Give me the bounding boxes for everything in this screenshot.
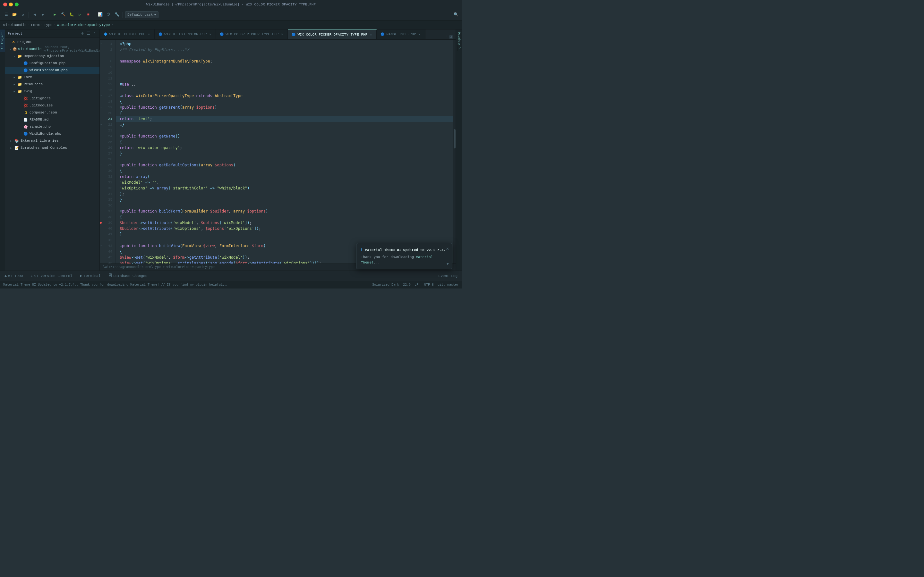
line-35: 35: [100, 197, 115, 203]
tools-button[interactable]: 🔧: [113, 11, 120, 18]
overflow-icon: ⋮: [444, 35, 448, 39]
breadcrumb: WixUiBundle › Form › Type › WixColorPick…: [0, 21, 462, 29]
code-line-2: /** Created by PhpStorm. ...*/: [116, 47, 453, 53]
stop-button[interactable]: ■: [85, 11, 92, 18]
settings-icon[interactable]: ⚙: [81, 31, 85, 36]
debug-button[interactable]: 🐛: [68, 11, 75, 18]
close-icon[interactable]: ✕: [147, 32, 150, 36]
close-icon[interactable]: ✕: [369, 33, 373, 37]
tab-rangetype[interactable]: 🔵 RANGE TYPE.PHP ✕: [376, 29, 425, 39]
fold-icon[interactable]: −: [100, 123, 102, 126]
encoding-item[interactable]: UTF-8: [424, 283, 434, 287]
tree-item-readme[interactable]: ▶ 📄 README.md: [5, 116, 99, 123]
tree-item-gitmodules[interactable]: ▶ 💢 .gitmodules: [5, 102, 99, 109]
line-9: 9: [100, 64, 115, 70]
tree-item-wixuiext[interactable]: ▶ 🔵 WixUiExtension.php: [5, 67, 99, 74]
close-icon[interactable]: ✕: [418, 32, 421, 36]
run2-button[interactable]: ▷: [76, 11, 83, 18]
tree-item-config[interactable]: ▶ 🔵 Configuration.php: [5, 60, 99, 67]
close-icon[interactable]: ✕: [208, 32, 212, 36]
fold-icon[interactable]: −: [100, 106, 102, 109]
php-icon: 🔵: [23, 68, 28, 73]
close-icon[interactable]: ✕: [280, 32, 284, 36]
expand-icon[interactable]: ▼: [447, 262, 449, 266]
code-line-20: {: [116, 110, 453, 116]
menu-button[interactable]: ☰: [3, 11, 10, 18]
status-message[interactable]: Material Theme UI Updated to v2.1.7.4.: …: [3, 283, 228, 287]
build-button[interactable]: 🔨: [60, 11, 67, 18]
checkmark-icon[interactable]: ✓: [457, 45, 462, 51]
profiler-button[interactable]: ⏱: [105, 11, 112, 18]
todo-tab[interactable]: ▲ 6: TODO: [3, 273, 24, 279]
tree-label: composer.json: [29, 111, 57, 114]
tree-item-composer[interactable]: ▶ 🗒 composer.json: [5, 109, 99, 116]
open-button[interactable]: 📂: [11, 11, 18, 18]
tab-colorpicker-opacity[interactable]: 🔵 WIX COLOR PICKER OPACITY TYPE.PHP ✕: [288, 29, 376, 39]
code-line-30: {: [116, 168, 453, 174]
minimize-button[interactable]: [9, 3, 13, 6]
breadcrumb-sep: ›: [53, 23, 55, 27]
menu-icon[interactable]: ☰: [86, 31, 91, 36]
breadcrumb-form[interactable]: Form: [31, 23, 39, 27]
search-button[interactable]: 🔍: [452, 11, 459, 18]
code-content[interactable]: <?php /** Created by PhpStorm. ...*/ nam…: [116, 40, 453, 263]
coverage-button[interactable]: 📊: [97, 11, 103, 18]
breadcrumb-wixuibundle[interactable]: WixUiBundle: [3, 23, 27, 27]
close-button[interactable]: [3, 3, 7, 6]
tree-item-form[interactable]: ▶ 📁 Form: [5, 74, 99, 81]
notification-close-button[interactable]: ✕: [446, 246, 449, 251]
tree-label: Configuration.php: [29, 61, 65, 65]
tree-item-simple[interactable]: ▶ 🌸 simple.php: [5, 123, 99, 130]
breadcrumb-type[interactable]: Type: [44, 23, 52, 27]
line-22: −22: [100, 122, 115, 127]
tab-wixuiext[interactable]: 🔵 WIX UI EXTENSION.PHP ✕: [155, 29, 216, 39]
line-17: −17: [100, 93, 115, 99]
refresh-button[interactable]: ↺: [19, 11, 26, 18]
tree-item-gitignore[interactable]: ▶ 💢 .gitignore: [5, 95, 99, 102]
tree-item-project[interactable]: ▾ ⚙ Project: [5, 39, 99, 45]
position-item[interactable]: 22:6: [403, 283, 411, 287]
run-button[interactable]: ▶: [51, 11, 58, 18]
tab-colorpicker[interactable]: 🔵 WIX COLOR PICKER TYPE.PHP ✕: [216, 29, 288, 39]
tree-label: WixUiExtension.php: [29, 68, 68, 72]
version-control-tab[interactable]: ↕ 9: Version Control: [29, 273, 73, 279]
lf-item[interactable]: LF↑: [415, 283, 420, 287]
tree-item-scratches[interactable]: ▶ 📝 Scratches and Consoles: [5, 144, 99, 151]
db-changes-tab[interactable]: 🗄 Database Changes: [107, 273, 149, 279]
fold-icon[interactable]: −: [100, 42, 102, 45]
theme-item[interactable]: Solarized Dark: [372, 283, 399, 287]
tab-wixuibundle[interactable]: 🔷 WIX UI BUNDLE.PHP ✕: [100, 29, 155, 39]
task-dropdown[interactable]: Default task ▼: [125, 11, 158, 18]
arrow-icon: ▾: [13, 55, 16, 58]
breakpoint[interactable]: [100, 222, 102, 224]
event-log-tab[interactable]: Event Log: [437, 274, 459, 279]
tree-item-wixuibundle[interactable]: ▾ 📦 WixUiBundle sources root, ~/Phpstorm…: [5, 45, 99, 53]
separator: [161, 12, 161, 18]
forward-button[interactable]: ▶: [39, 11, 47, 18]
expand-icon[interactable]: ↕: [93, 31, 97, 36]
line-gutter: −1 2 8 9 10 11 −12 16 −17 18 −19 20 21 −…: [100, 40, 116, 263]
scrollbar[interactable]: [453, 40, 456, 263]
git-item[interactable]: git: master: [438, 283, 459, 287]
tree-item-ext-libs[interactable]: ▶ 📚 External Libraries: [5, 137, 99, 144]
tree-item-twig[interactable]: ▶ 📁 Twig: [5, 88, 99, 95]
fold-icon[interactable]: −: [100, 135, 102, 138]
fold-icon[interactable]: −: [100, 94, 102, 97]
tabs-overflow[interactable]: ⋮ 3: [442, 35, 456, 39]
fold-icon[interactable]: −: [100, 83, 102, 86]
tree-item-resources[interactable]: ▶ 📁 Resources: [5, 81, 99, 88]
fold-icon[interactable]: −: [100, 244, 102, 247]
code-line-26: return 'wix_color_opacity';: [116, 145, 453, 151]
maximize-button[interactable]: [15, 3, 19, 6]
fold-icon[interactable]: −: [100, 210, 102, 213]
tree-item-di[interactable]: ▾ 📂 DependencyInjection: [5, 53, 99, 60]
breadcrumb-current[interactable]: WixColorPickerOpacityType: [57, 23, 110, 27]
back-button[interactable]: ◀: [31, 11, 38, 18]
terminal-tab[interactable]: ▶ Terminal: [79, 273, 102, 279]
code-line-8: namespace Wix\InstagramBundle\Form\Type;: [116, 58, 453, 64]
fold-icon[interactable]: −: [100, 163, 102, 167]
tree-item-wixuibundle-php[interactable]: ▶ 🔵 WixUiBundle.php: [5, 130, 99, 137]
line-42: 42: [100, 237, 115, 243]
project-tab[interactable]: 1: Project: [0, 29, 5, 52]
scrollbar-thumb[interactable]: [454, 129, 456, 148]
